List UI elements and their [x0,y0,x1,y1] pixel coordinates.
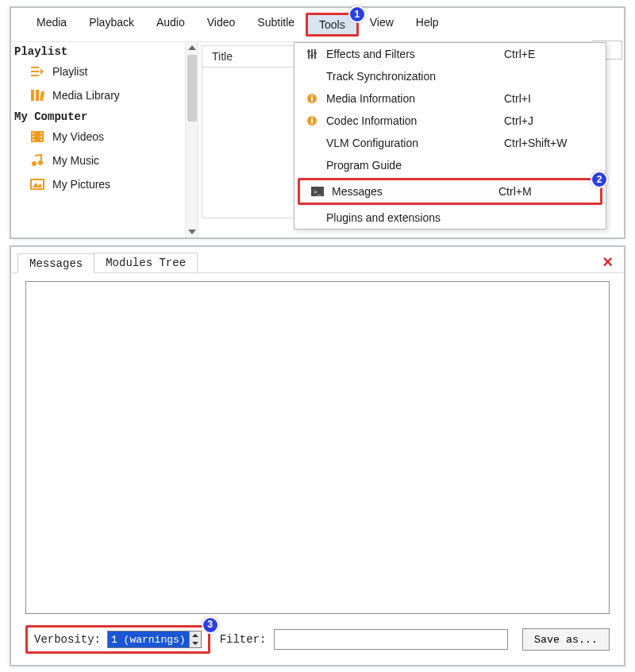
verbosity-value: 1 (warnings) [111,634,186,646]
main-window: Media Playback Audio Video Subtitle Tool… [10,6,625,239]
sidebar-item-label: Media Library [52,89,120,102]
tools-dropdown: Effects and Filters Ctrl+E Track Synchro… [294,42,606,230]
menu-tools-label: Tools [319,18,345,31]
svg-point-14 [32,161,37,166]
tab-messages[interactable]: Messages [17,253,94,273]
filter-input[interactable] [274,629,508,650]
svg-rect-29 [311,118,313,119]
main-body: Playlist Playlist Media Library My Compu… [11,42,624,238]
svg-rect-21 [307,51,310,52]
svg-rect-8 [33,133,34,134]
menuitem-messages[interactable]: >_ Messages Ctrl+M 2 [298,178,602,205]
menuitem-label: Plugins and extensions [326,211,504,224]
menu-playback[interactable]: Playback [78,13,145,37]
tab-bar: Messages Modules Tree × [11,247,624,273]
menu-subtitle[interactable]: Subtitle [246,13,306,37]
menuitem-shortcut: Ctrl+M [498,185,594,198]
menuitem-vlm[interactable]: VLM Configuration Ctrl+Shift+W [294,132,606,154]
svg-rect-16 [31,180,44,189]
svg-rect-2 [31,75,39,76]
spinner-icon[interactable] [189,631,201,647]
sidebar-item-my-videos[interactable]: My Videos [11,125,198,149]
scroll-down-icon[interactable] [188,230,196,234]
close-button[interactable]: × [602,252,613,272]
svg-marker-17 [33,183,42,187]
menuitem-label: Messages [332,185,498,198]
menuitem-label: Media Information [326,92,504,105]
svg-rect-19 [311,49,313,59]
menuitem-label: Codec Information [326,114,504,127]
menu-media[interactable]: Media [25,13,78,37]
menuitem-codec-info[interactable]: Codec Information Ctrl+J [294,110,606,132]
svg-rect-6 [40,91,44,102]
menuitem-media-info[interactable]: Media Information Ctrl+I [294,87,606,110]
playlist-body[interactable] [202,68,297,218]
menubar: Media Playback Audio Video Subtitle Tool… [11,8,624,42]
menuitem-shortcut: Ctrl+I [504,92,599,105]
svg-rect-26 [311,95,313,97]
menuitem-shortcut: Ctrl+J [504,114,599,127]
sidebar: Playlist Playlist Media Library My Compu… [11,42,198,238]
step-badge-3: 3 [202,616,219,634]
svg-rect-1 [31,71,39,72]
sidebar-item-my-pictures[interactable]: My Pictures [11,172,198,196]
scroll-thumb[interactable] [187,55,197,122]
svg-rect-22 [310,55,314,56]
menuitem-label: VLM Configuration [326,137,504,149]
svg-rect-13 [40,139,42,141]
chevron-up-icon[interactable] [192,634,198,637]
filter-label: Filter: [220,633,267,646]
menuitem-effects[interactable]: Effects and Filters Ctrl+E [294,43,606,65]
chevron-down-icon[interactable] [192,642,198,645]
menuitem-shortcut: Ctrl+E [504,48,599,60]
svg-rect-23 [314,52,317,54]
sidebar-item-label: My Music [52,154,99,167]
svg-text:>_: >_ [314,188,321,195]
music-icon [30,153,44,168]
svg-rect-25 [311,97,313,102]
verbosity-group: Verbosity: 1 (warnings) 3 [25,625,210,654]
svg-rect-18 [308,49,310,59]
sidebar-scrollbar[interactable] [185,42,198,238]
menuitem-track-sync[interactable]: Track Synchronization [294,65,606,87]
terminal-icon: >_ [303,184,332,199]
sidebar-item-media-library[interactable]: Media Library [11,83,198,107]
save-as-button[interactable]: Save as... [522,628,610,651]
messages-window: Messages Modules Tree × Verbosity: 1 (wa… [10,245,625,666]
blank-icon [298,158,326,172]
sidebar-item-playlist[interactable]: Playlist [11,60,198,83]
content-area: Title Effects and Filters Ctrl+E Track S… [198,42,624,238]
svg-rect-0 [31,67,39,68]
library-icon [30,88,44,102]
pictures-icon [30,177,44,191]
svg-rect-5 [36,90,39,101]
menu-audio[interactable]: Audio [145,13,196,37]
sliders-icon [298,47,326,61]
playlist-column-title[interactable]: Title [202,45,297,68]
tab-modules-tree[interactable]: Modules Tree [94,253,198,272]
blank-icon [298,69,326,83]
menuitem-shortcut: Ctrl+Shift+W [504,137,599,149]
sidebar-item-label: Playlist [52,65,87,78]
menu-help[interactable]: Help [405,13,450,37]
svg-rect-10 [33,139,34,141]
scroll-up-icon[interactable] [188,45,196,50]
menu-video[interactable]: Video [196,13,247,37]
verbosity-label: Verbosity: [34,633,101,646]
menuitem-label: Program Guide [326,159,504,172]
svg-marker-3 [40,68,44,75]
menuitem-program-guide[interactable]: Program Guide [294,154,606,176]
menuitem-plugins[interactable]: Plugins and extensions [294,207,606,229]
svg-point-15 [38,160,43,165]
messages-log[interactable] [25,281,610,614]
svg-rect-28 [311,119,313,124]
sidebar-section-mycomputer: My Computer [11,107,198,125]
verbosity-spinbox[interactable]: 1 (warnings) [107,631,202,648]
menuitem-label: Track Synchronization [326,70,504,83]
menu-tools[interactable]: Tools 1 [306,13,359,37]
info-icon [298,114,326,128]
menuitem-label: Effects and Filters [326,48,504,60]
playlist-icon [30,64,44,79]
film-icon [30,129,44,144]
sidebar-item-my-music[interactable]: My Music [11,149,198,172]
